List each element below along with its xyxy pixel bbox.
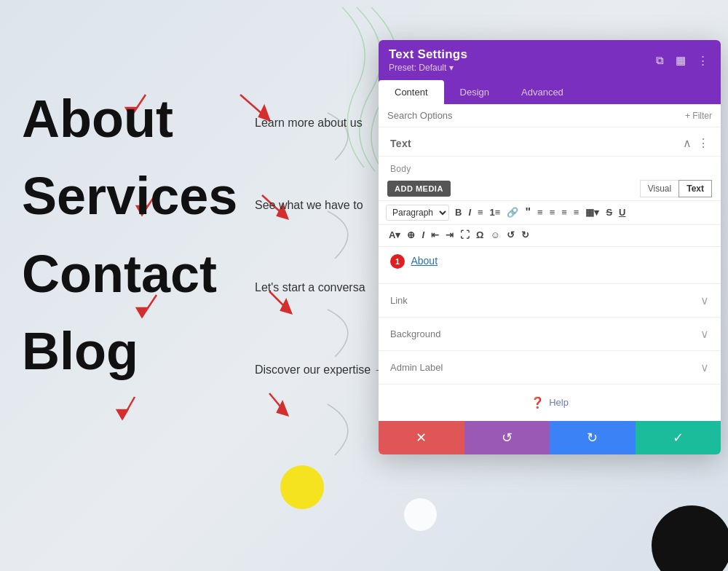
editor-badge: 1 [390, 254, 405, 269]
align-justify-button[interactable]: ≡ [571, 205, 582, 221]
panel-icon-more[interactable]: ⋮ [695, 53, 711, 67]
section-more-button[interactable]: ⋮ [697, 136, 709, 150]
redo-button[interactable]: ↻ [550, 421, 636, 454]
search-input[interactable] [387, 110, 685, 121]
align-right-button[interactable]: ≡ [558, 205, 570, 221]
nav-blog: Blog [22, 320, 237, 382]
link-section: Link ∨ [379, 283, 721, 317]
help-text[interactable]: Help [549, 397, 569, 408]
panel-body: Text ∧ ⋮ Body ADD MEDIA Visual Text Para… [379, 127, 721, 421]
panel-preset[interactable]: Preset: Default ▾ [389, 63, 467, 73]
panel-tabs: Content Design Advanced [379, 80, 721, 104]
tab-content[interactable]: Content [379, 80, 444, 104]
nav-services: Services [22, 165, 237, 227]
tab-advanced[interactable]: Advanced [505, 80, 579, 104]
section-toggle: ∧ ⋮ [683, 136, 709, 150]
nav-about: About [22, 87, 237, 150]
panel-header: Text Settings Preset: Default ▾ ⧉ ▦ ⋮ [379, 40, 721, 80]
admin-label-text: Admin Label [390, 362, 443, 373]
text-section-header: Text ∧ ⋮ [379, 127, 721, 157]
panel-icon-copy[interactable]: ⧉ [654, 53, 666, 67]
indent-in-button[interactable]: ⇥ [443, 227, 456, 243]
nav-items: About Services Contact Blog [22, 87, 237, 398]
desc-blog: Discover our expertise → [255, 363, 386, 377]
white-circle-decoration [404, 498, 437, 531]
description-items: Learn more about us See what we have to … [255, 117, 386, 446]
svg-marker-13 [117, 410, 127, 419]
panel-search-area: + Filter [379, 104, 721, 127]
add-media-button[interactable]: ADD MEDIA [387, 181, 451, 197]
help-icon: ❓ [531, 396, 545, 409]
cancel-button[interactable]: ✕ [379, 421, 464, 454]
undo-button[interactable]: ↺ [504, 227, 518, 243]
visual-tab[interactable]: Visual [640, 180, 679, 197]
settings-panel: Text Settings Preset: Default ▾ ⧉ ▦ ⋮ Co… [379, 40, 721, 454]
panel-title-area: Text Settings Preset: Default ▾ [389, 47, 467, 73]
bold-button[interactable]: B [452, 205, 464, 221]
section-collapse-button[interactable]: ∧ [683, 136, 692, 150]
visual-text-tabs: Visual Text [641, 180, 712, 197]
text-color-button[interactable]: A▾ [386, 227, 403, 243]
background-chevron-icon: ∨ [700, 327, 709, 341]
nav-contact: Contact [22, 243, 237, 305]
strikethrough-button[interactable]: S [603, 205, 615, 221]
yellow-circle-decoration [280, 465, 324, 509]
paragraph-select[interactable]: Paragraph [386, 205, 449, 221]
admin-label-section-header[interactable]: Admin Label ∨ [379, 351, 721, 384]
format-toolbar-1: Paragraph B I ≡ 1≡ 🔗 " ≡ ≡ ≡ ≡ ▦▾ S U [379, 200, 721, 225]
align-center-button[interactable]: ≡ [547, 205, 558, 221]
admin-label-section: Admin Label ∨ [379, 350, 721, 384]
text-section-title: Text [390, 138, 411, 149]
desc-contact: Let's start a conversa [255, 281, 386, 294]
panel-title: Text Settings [389, 47, 467, 62]
unordered-list-button[interactable]: ≡ [475, 205, 486, 221]
redo-button[interactable]: ↻ [518, 227, 532, 243]
help-area: ❓ Help [379, 384, 721, 421]
link-section-header[interactable]: Link ∨ [379, 284, 721, 317]
format-toolbar-2: A▾ ⊕ I ⇤ ⇥ ⛶ Ω ☺ ↺ ↻ [379, 225, 721, 246]
background-section-header[interactable]: Background ∨ [379, 318, 721, 350]
more-formats-button[interactable]: ▦▾ [582, 205, 602, 221]
background-section: Background ∨ [379, 317, 721, 350]
filter-button[interactable]: + Filter [685, 111, 712, 121]
action-bar: ✕ ↺ ↻ ✓ [379, 421, 721, 454]
italic2-button[interactable]: I [419, 227, 427, 243]
link-chevron-icon: ∨ [700, 294, 709, 307]
editor-link-about[interactable]: About [411, 255, 438, 267]
desc-services: See what we have to [255, 199, 386, 212]
link-label: Link [390, 295, 408, 306]
panel-header-icons: ⧉ ▦ ⋮ [654, 53, 711, 67]
link-button[interactable]: 🔗 [504, 205, 521, 221]
black-circle-decoration [652, 505, 728, 571]
reset-button[interactable]: ↺ [464, 421, 550, 454]
fullscreen-button[interactable]: ⛶ [457, 227, 472, 243]
tab-design[interactable]: Design [444, 80, 505, 104]
underline-button[interactable]: U [616, 205, 628, 221]
desc-about: Learn more about us [255, 117, 386, 130]
svg-line-12 [122, 397, 135, 419]
save-button[interactable]: ✓ [636, 421, 721, 454]
indent-out-button[interactable]: ⇤ [428, 227, 442, 243]
emoji-button[interactable]: ☺ [487, 227, 502, 243]
special-char-button[interactable]: Ω [473, 227, 486, 243]
media-toolbar-row: ADD MEDIA Visual Text [379, 177, 721, 200]
blockquote-button[interactable]: " [522, 203, 534, 222]
clear-format-button[interactable]: ⊕ [404, 227, 418, 243]
body-label: Body [379, 157, 721, 177]
italic-button[interactable]: I [465, 205, 474, 221]
editor-area[interactable]: 1 About [379, 247, 721, 283]
background-label: Background [390, 328, 440, 339]
align-left-button[interactable]: ≡ [534, 205, 546, 221]
ordered-list-button[interactable]: 1≡ [487, 205, 504, 221]
admin-label-chevron-icon: ∨ [700, 361, 709, 374]
text-tab[interactable]: Text [678, 180, 712, 197]
panel-icon-columns[interactable]: ▦ [673, 53, 688, 67]
